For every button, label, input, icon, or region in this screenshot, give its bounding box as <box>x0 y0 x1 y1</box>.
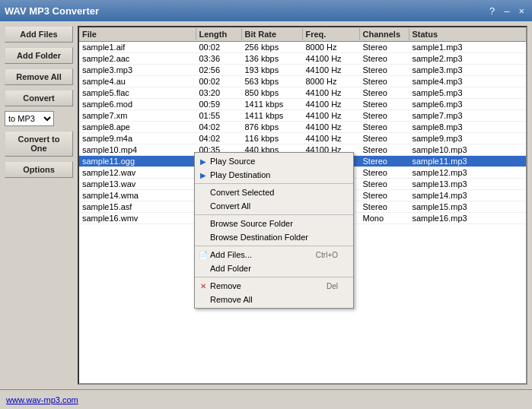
header-status: Status <box>409 28 527 40</box>
cell-file: sample7.xm <box>79 110 196 121</box>
cell-length: 00:02 <box>196 42 242 52</box>
cell-freq: 44100 Hz <box>303 87 360 98</box>
cell-file: sample16.wmv <box>79 213 196 224</box>
cell-status: sample15.mp3 <box>409 201 527 212</box>
cell-status: sample8.mp3 <box>409 122 527 132</box>
cell-freq: 44100 Hz <box>303 53 360 64</box>
context-menu-item-label: Browse Destination Folder <box>210 233 308 242</box>
cell-channels: Stereo <box>360 65 409 75</box>
cell-file: sample5.flac <box>79 87 196 98</box>
cell-channels: Stereo <box>360 110 409 121</box>
context-menu: ▶Play Source▶Play DestinationConvert Sel… <box>194 152 354 309</box>
table-row[interactable]: sample7.xm01:551411 kbps44100 HzStereosa… <box>79 110 526 122</box>
cell-status: sample9.mp3 <box>409 133 527 144</box>
cell-status: sample12.mp3 <box>409 167 527 178</box>
table-row[interactable]: sample3.mp302:56193 kbps44100 HzStereosa… <box>79 65 526 76</box>
cell-freq: 44100 Hz <box>303 110 360 121</box>
add-folder-button[interactable]: Add Folder <box>5 47 73 64</box>
format-select-row: to MP3 to WAV to OGG to FLAC to AAC <box>5 111 73 126</box>
cell-file: sample13.wav <box>79 179 196 189</box>
context-menu-item[interactable]: Remove All <box>195 293 353 306</box>
context-menu-item-label: Play Destination <box>210 170 271 179</box>
table-row[interactable]: sample1.aif00:02256 kbps8000 HzStereosam… <box>79 42 526 53</box>
context-menu-item[interactable]: ▶Play Destination <box>195 168 353 182</box>
cell-file: sample4.au <box>79 76 196 87</box>
cell-channels: Stereo <box>360 179 409 189</box>
cell-length: 03:36 <box>196 53 242 64</box>
context-menu-item[interactable]: Convert All <box>195 199 353 213</box>
context-menu-separator <box>195 214 353 215</box>
table-row[interactable]: sample9.m4a04:02116 kbps44100 HzStereosa… <box>79 133 526 144</box>
website-link[interactable]: www.wav-mp3.com <box>6 395 78 404</box>
context-menu-item-label: Play Source <box>210 157 255 166</box>
cell-file: sample2.aac <box>79 53 196 64</box>
context-menu-item-icon: ✕ <box>198 281 209 291</box>
cell-bitrate: 1411 kbps <box>242 99 303 109</box>
context-menu-item[interactable]: ✕RemoveDel <box>195 279 353 293</box>
options-button[interactable]: Options <box>5 161 73 178</box>
context-menu-item[interactable]: ▶Play Source <box>195 154 353 168</box>
convert-to-one-button[interactable]: Convert to One <box>5 131 73 157</box>
cell-freq: 44100 Hz <box>303 65 360 75</box>
remove-all-button[interactable]: Remove All <box>5 68 73 85</box>
cell-channels: Stereo <box>360 133 409 144</box>
cell-channels: Stereo <box>360 156 409 166</box>
header-bitrate: Bit Rate <box>242 28 303 40</box>
cell-bitrate: 563 kbps <box>242 76 303 87</box>
table-row[interactable]: sample6.mod00:591411 kbps44100 HzStereos… <box>79 99 526 110</box>
add-files-button[interactable]: Add Files <box>5 26 73 43</box>
table-row[interactable]: sample2.aac03:36136 kbps44100 HzStereosa… <box>79 53 526 65</box>
context-menu-item[interactable]: Convert Selected <box>195 185 353 199</box>
cell-file: sample1.aif <box>79 42 196 52</box>
app-title: WAV MP3 Converter <box>5 5 99 17</box>
header-file: File <box>79 28 196 40</box>
table-row[interactable]: sample8.ape04:02876 kbps44100 HzStereosa… <box>79 122 526 133</box>
cell-length: 04:02 <box>196 133 242 144</box>
cell-length: 04:02 <box>196 122 242 132</box>
cell-length: 00:02 <box>196 76 242 87</box>
close-button[interactable]: × <box>515 5 527 17</box>
cell-file: sample10.mp4 <box>79 144 196 155</box>
format-select[interactable]: to MP3 to WAV to OGG to FLAC to AAC <box>5 111 54 126</box>
context-menu-item[interactable]: Browse Source Folder <box>195 217 353 230</box>
cell-freq: 8000 Hz <box>303 42 360 52</box>
cell-channels: Mono <box>360 213 409 224</box>
cell-file: sample9.m4a <box>79 133 196 144</box>
cell-status: sample3.mp3 <box>409 65 527 75</box>
cell-channels: Stereo <box>360 42 409 52</box>
cell-channels: Stereo <box>360 76 409 87</box>
cell-status: sample6.mp3 <box>409 99 527 109</box>
cell-channels: Stereo <box>360 87 409 98</box>
cell-freq: 44100 Hz <box>303 122 360 132</box>
cell-status: sample16.mp3 <box>409 213 527 224</box>
minimize-button[interactable]: – <box>501 5 512 17</box>
header-length: Length <box>196 28 242 40</box>
cell-status: sample11.mp3 <box>409 156 527 166</box>
help-button[interactable]: ? <box>486 5 498 17</box>
context-menu-separator <box>195 183 353 184</box>
context-menu-item-icon: ▶ <box>198 156 209 166</box>
cell-status: sample4.mp3 <box>409 76 527 87</box>
context-menu-item-label: Remove <box>210 281 241 290</box>
context-menu-item[interactable]: Browse Destination Folder <box>195 230 353 244</box>
cell-bitrate: 136 kbps <box>242 53 303 64</box>
context-menu-item[interactable]: 📄Add Files...Ctrl+O <box>195 248 353 262</box>
cell-bitrate: 256 kbps <box>242 42 303 52</box>
cell-channels: Stereo <box>360 122 409 132</box>
context-menu-item-label: Add Folder <box>210 264 251 273</box>
table-row[interactable]: sample5.flac03:20850 kbps44100 HzStereos… <box>79 87 526 99</box>
cell-file: sample11.ogg <box>79 156 196 166</box>
sidebar: Add Files Add Folder Remove All Convert … <box>5 26 73 385</box>
cell-status: sample7.mp3 <box>409 110 527 121</box>
cell-file: sample15.asf <box>79 201 196 212</box>
table-header: File Length Bit Rate Freq. Channels Stat… <box>79 27 526 42</box>
context-menu-item[interactable]: Add Folder <box>195 262 353 275</box>
table-row[interactable]: sample4.au00:02563 kbps8000 HzStereosamp… <box>79 76 526 87</box>
cell-file: sample3.mp3 <box>79 65 196 75</box>
context-menu-item-label: Add Files... <box>210 250 252 259</box>
cell-status: sample2.mp3 <box>409 53 527 64</box>
cell-length: 03:20 <box>196 87 242 98</box>
convert-button[interactable]: Convert <box>5 90 73 106</box>
status-bar: www.wav-mp3.com <box>0 389 532 409</box>
cell-bitrate: 1411 kbps <box>242 110 303 121</box>
